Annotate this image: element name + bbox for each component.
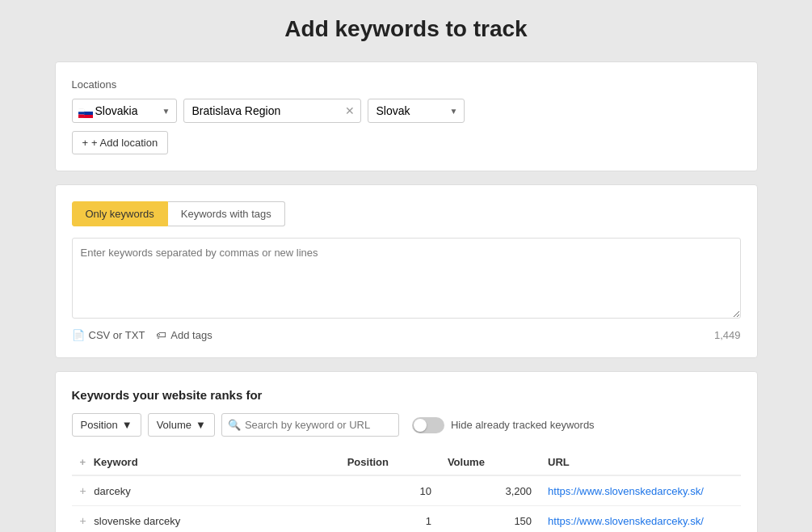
location-row: Slovakia ▼ ✕ Slovak ▼: [72, 99, 741, 123]
tabs-row: Only keywords Keywords with tags: [72, 201, 741, 226]
cell-keyword: + slovenske darceky: [72, 506, 339, 533]
table-row: + darceky 10 3,200 https://www.slovenske…: [72, 475, 741, 506]
tag-icon: 🏷: [156, 329, 166, 341]
add-location-button[interactable]: + + Add location: [72, 131, 169, 154]
toggle-knob: [414, 419, 427, 432]
cell-volume: 150: [440, 506, 540, 533]
cell-keyword: + darceky: [72, 475, 339, 506]
volume-label: Volume: [157, 419, 191, 431]
position-label: Position: [81, 419, 118, 431]
hide-tracked-toggle[interactable]: [412, 417, 444, 433]
toggle-wrapper: Hide already tracked keywords: [412, 417, 595, 433]
ranks-controls: Position ▼ Volume ▼ 🔍 Hide already track…: [72, 413, 741, 437]
footer-left: 📄 CSV or TXT 🏷 Add tags: [72, 329, 212, 341]
keywords-card: Only keywords Keywords with tags 📄 CSV o…: [55, 184, 758, 358]
search-wrapper: 🔍: [221, 413, 399, 437]
th-position: Position: [339, 450, 440, 475]
csv-icon: 📄: [72, 329, 85, 341]
keywords-count: 1,449: [714, 329, 741, 341]
tab-keywords-with-tags[interactable]: Keywords with tags: [168, 201, 285, 226]
toggle-label: Hide already tracked keywords: [451, 419, 595, 431]
volume-chevron-icon: ▼: [196, 419, 206, 431]
table-header-row: + Keyword Position Volume URL: [72, 450, 741, 475]
rankings-card: Keywords your website ranks for Position…: [55, 371, 758, 532]
page-title: Add keywords to track: [55, 16, 758, 42]
locations-card: Locations Slovakia: [55, 61, 758, 171]
search-input[interactable]: [221, 413, 399, 437]
add-tags-label: Add tags: [170, 329, 212, 341]
search-icon: 🔍: [228, 419, 241, 431]
country-select[interactable]: Slovakia: [72, 99, 177, 123]
position-dropdown[interactable]: Position ▼: [72, 413, 141, 437]
position-chevron-icon: ▼: [122, 419, 133, 431]
keywords-table: + Keyword Position Volume URL + darceky …: [72, 450, 741, 532]
plus-icon: +: [82, 137, 89, 149]
volume-dropdown[interactable]: Volume ▼: [148, 413, 215, 437]
url-link[interactable]: https://www.slovenskedarceky.sk/: [548, 515, 704, 527]
cell-position: 10: [339, 475, 440, 506]
add-keyword-icon[interactable]: +: [80, 514, 86, 527]
table-row: + slovenske darceky 1 150 https://www.sl…: [72, 506, 741, 533]
keywords-textarea[interactable]: [72, 238, 741, 319]
url-link[interactable]: https://www.slovenskedarceky.sk/: [548, 485, 704, 497]
cell-url: https://www.slovenskedarceky.sk/: [540, 506, 740, 533]
cell-url: https://www.slovenskedarceky.sk/: [540, 475, 740, 506]
cell-volume: 3,200: [440, 475, 540, 506]
language-select[interactable]: Slovak: [368, 99, 465, 123]
country-select-wrapper: Slovakia ▼: [72, 99, 177, 123]
add-location-label: + Add location: [91, 137, 158, 149]
region-input-wrapper: ✕: [183, 99, 361, 123]
add-keyword-icon[interactable]: +: [80, 484, 86, 497]
th-keyword: + Keyword: [72, 450, 339, 475]
locations-label: Locations: [72, 78, 741, 91]
keywords-footer: 📄 CSV or TXT 🏷 Add tags 1,449: [72, 329, 741, 341]
region-input[interactable]: [183, 99, 361, 123]
language-select-wrapper: Slovak ▼: [368, 99, 465, 123]
tab-only-keywords[interactable]: Only keywords: [72, 201, 168, 226]
add-col-icon: +: [80, 456, 86, 468]
cell-position: 1: [339, 506, 440, 533]
clear-region-icon[interactable]: ✕: [345, 104, 355, 117]
csv-label: CSV or TXT: [89, 329, 145, 341]
th-url: URL: [540, 450, 740, 475]
add-tags-link[interactable]: 🏷 Add tags: [156, 329, 212, 341]
th-volume: Volume: [440, 450, 540, 475]
csv-link[interactable]: 📄 CSV or TXT: [72, 329, 145, 341]
ranks-title: Keywords your website ranks for: [72, 388, 741, 402]
